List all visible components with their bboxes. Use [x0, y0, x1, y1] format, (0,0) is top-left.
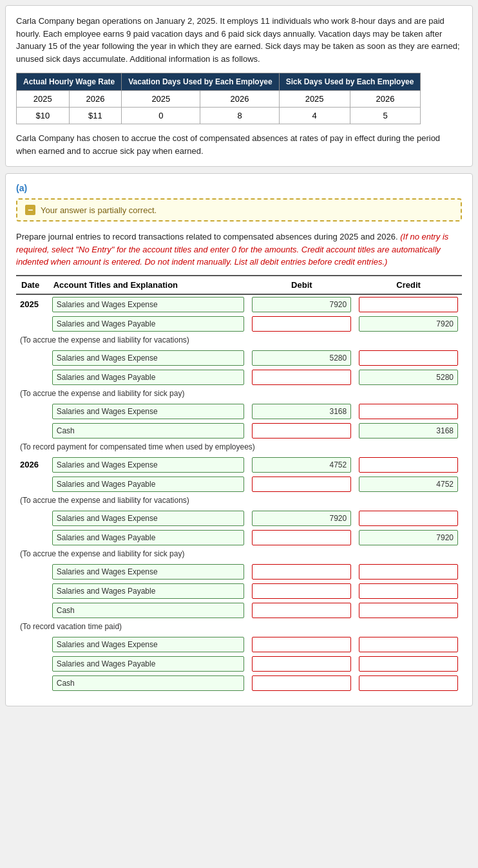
- credit-cell[interactable]: [355, 601, 462, 620]
- debit-cell[interactable]: [248, 475, 355, 494]
- credit-input[interactable]: [359, 583, 458, 599]
- account-cell[interactable]: [48, 475, 249, 494]
- account-input[interactable]: [52, 656, 245, 672]
- debit-input[interactable]: [252, 423, 351, 439]
- account-input[interactable]: [52, 404, 245, 419]
- account-cell[interactable]: [48, 581, 249, 601]
- debit-cell[interactable]: [248, 601, 355, 620]
- date-cell: [16, 368, 48, 387]
- account-input[interactable]: [52, 423, 245, 439]
- account-input[interactable]: [52, 583, 245, 599]
- debit-input[interactable]: [252, 457, 351, 473]
- credit-cell[interactable]: [355, 562, 462, 581]
- debit-input[interactable]: [252, 350, 351, 366]
- credit-cell[interactable]: [355, 348, 462, 368]
- account-cell[interactable]: [48, 509, 249, 528]
- account-cell[interactable]: [48, 402, 249, 421]
- debit-input[interactable]: [252, 297, 351, 312]
- credit-input[interactable]: [359, 530, 458, 545]
- credit-cell[interactable]: [355, 421, 462, 440]
- credit-input[interactable]: [359, 656, 458, 672]
- account-cell[interactable]: [48, 294, 249, 314]
- debit-input[interactable]: [252, 564, 351, 580]
- debit-input[interactable]: [252, 637, 351, 652]
- credit-cell[interactable]: [355, 294, 462, 314]
- account-cell[interactable]: [48, 314, 249, 334]
- debit-input[interactable]: [252, 603, 351, 618]
- debit-input[interactable]: [252, 476, 351, 492]
- credit-input[interactable]: [359, 423, 458, 439]
- account-cell[interactable]: [48, 421, 249, 440]
- account-input[interactable]: [52, 457, 245, 473]
- credit-input[interactable]: [359, 476, 458, 492]
- debit-input[interactable]: [252, 511, 351, 526]
- account-cell[interactable]: [48, 455, 249, 475]
- debit-cell[interactable]: [248, 528, 355, 547]
- debit-cell[interactable]: [248, 294, 355, 314]
- credit-cell[interactable]: [355, 674, 462, 693]
- debit-cell[interactable]: [248, 455, 355, 475]
- account-input[interactable]: [52, 511, 245, 526]
- debit-cell[interactable]: [248, 421, 355, 440]
- debit-input[interactable]: [252, 404, 351, 419]
- credit-input[interactable]: [359, 603, 458, 618]
- debit-cell[interactable]: [248, 562, 355, 581]
- credit-cell[interactable]: [355, 475, 462, 494]
- credit-cell[interactable]: [355, 581, 462, 601]
- account-cell[interactable]: [48, 562, 249, 581]
- val-5: 5: [350, 108, 421, 124]
- credit-input[interactable]: [359, 564, 458, 580]
- debit-cell[interactable]: [248, 314, 355, 334]
- debit-cell[interactable]: [248, 654, 355, 674]
- table-row: [16, 509, 462, 528]
- credit-input[interactable]: [359, 637, 458, 652]
- account-input[interactable]: [52, 297, 245, 312]
- credit-input[interactable]: [359, 370, 458, 385]
- credit-input[interactable]: [359, 350, 458, 366]
- debit-cell[interactable]: [248, 509, 355, 528]
- account-cell[interactable]: [48, 528, 249, 547]
- debit-cell[interactable]: [248, 402, 355, 421]
- credit-cell[interactable]: [355, 528, 462, 547]
- debit-input[interactable]: [252, 583, 351, 599]
- credit-cell[interactable]: [355, 455, 462, 475]
- credit-cell[interactable]: [355, 402, 462, 421]
- credit-cell[interactable]: [355, 368, 462, 387]
- credit-input[interactable]: [359, 297, 458, 312]
- debit-input[interactable]: [252, 675, 351, 691]
- debit-input[interactable]: [252, 656, 351, 672]
- account-input[interactable]: [52, 316, 245, 332]
- credit-input[interactable]: [359, 675, 458, 691]
- debit-cell[interactable]: [248, 674, 355, 693]
- account-cell[interactable]: [48, 368, 249, 387]
- debit-input[interactable]: [252, 530, 351, 545]
- credit-cell[interactable]: [355, 635, 462, 654]
- account-input[interactable]: [52, 564, 245, 580]
- account-cell[interactable]: [48, 601, 249, 620]
- account-input[interactable]: [52, 530, 245, 545]
- account-input[interactable]: [52, 637, 245, 652]
- credit-input[interactable]: [359, 316, 458, 332]
- account-cell[interactable]: [48, 654, 249, 674]
- credit-input[interactable]: [359, 511, 458, 526]
- account-cell[interactable]: [48, 348, 249, 368]
- credit-input[interactable]: [359, 404, 458, 419]
- credit-cell[interactable]: [355, 509, 462, 528]
- account-input[interactable]: [52, 350, 245, 366]
- account-cell[interactable]: [48, 674, 249, 693]
- debit-cell[interactable]: [248, 581, 355, 601]
- credit-input[interactable]: [359, 457, 458, 473]
- debit-input[interactable]: [252, 316, 351, 332]
- debit-cell[interactable]: [248, 368, 355, 387]
- account-input[interactable]: [52, 370, 245, 385]
- credit-cell[interactable]: [355, 314, 462, 334]
- debit-cell[interactable]: [248, 635, 355, 654]
- credit-cell[interactable]: [355, 654, 462, 674]
- val-0: $10: [17, 108, 70, 124]
- account-input[interactable]: [52, 476, 245, 492]
- account-input[interactable]: [52, 603, 245, 618]
- debit-input[interactable]: [252, 370, 351, 385]
- account-input[interactable]: [52, 675, 245, 691]
- debit-cell[interactable]: [248, 348, 355, 368]
- account-cell[interactable]: [48, 635, 249, 654]
